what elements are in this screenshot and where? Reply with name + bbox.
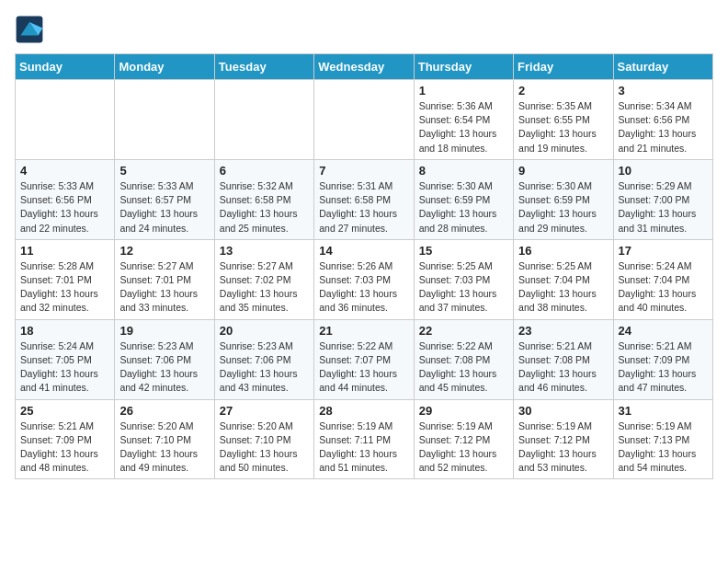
day-info: Sunrise: 5:31 AMSunset: 6:58 PMDaylight:… (319, 179, 408, 236)
calendar-header-row: SundayMondayTuesdayWednesdayThursdayFrid… (16, 54, 713, 80)
calendar-cell: 6Sunrise: 5:32 AMSunset: 6:58 PMDaylight… (214, 159, 313, 239)
day-info: Sunrise: 5:19 AMSunset: 7:12 PMDaylight:… (419, 419, 508, 476)
day-number: 23 (518, 324, 608, 338)
day-info: Sunrise: 5:19 AMSunset: 7:11 PMDaylight:… (319, 419, 408, 476)
day-info: Sunrise: 5:30 AMSunset: 6:59 PMDaylight:… (518, 179, 608, 236)
calendar-cell: 18Sunrise: 5:24 AMSunset: 7:05 PMDayligh… (16, 319, 115, 399)
column-header-friday: Friday (514, 54, 613, 80)
calendar-cell: 4Sunrise: 5:33 AMSunset: 6:56 PMDaylight… (16, 159, 115, 239)
day-info: Sunrise: 5:28 AMSunset: 7:01 PMDaylight:… (20, 259, 109, 316)
calendar-cell: 19Sunrise: 5:23 AMSunset: 7:06 PMDayligh… (115, 319, 214, 399)
day-number: 3 (619, 84, 708, 98)
day-number: 25 (20, 404, 109, 418)
day-number: 15 (419, 244, 508, 258)
day-number: 14 (319, 244, 408, 258)
day-info: Sunrise: 5:21 AMSunset: 7:09 PMDaylight:… (20, 419, 109, 476)
day-number: 11 (20, 244, 109, 258)
day-info: Sunrise: 5:27 AMSunset: 7:02 PMDaylight:… (220, 259, 309, 316)
day-number: 20 (220, 324, 309, 338)
day-number: 29 (419, 404, 508, 418)
day-number: 2 (518, 84, 608, 98)
column-header-thursday: Thursday (414, 54, 513, 80)
day-number: 16 (518, 244, 608, 258)
day-number: 18 (20, 324, 109, 338)
day-info: Sunrise: 5:21 AMSunset: 7:09 PMDaylight:… (619, 339, 708, 396)
calendar-cell: 24Sunrise: 5:21 AMSunset: 7:09 PMDayligh… (613, 319, 712, 399)
calendar-week-3: 11Sunrise: 5:28 AMSunset: 7:01 PMDayligh… (16, 239, 713, 319)
day-number: 12 (119, 244, 209, 258)
calendar-cell (314, 80, 414, 160)
day-info: Sunrise: 5:36 AMSunset: 6:54 PMDaylight:… (419, 99, 508, 155)
calendar-body: 1Sunrise: 5:36 AMSunset: 6:54 PMDaylight… (16, 80, 713, 479)
day-number: 4 (20, 164, 109, 178)
day-number: 24 (619, 324, 708, 338)
logo-icon (15, 15, 44, 44)
calendar-cell (214, 80, 313, 160)
day-number: 17 (619, 244, 708, 258)
calendar-table: SundayMondayTuesdayWednesdayThursdayFrid… (15, 53, 713, 479)
day-number: 27 (220, 404, 309, 418)
calendar-cell: 27Sunrise: 5:20 AMSunset: 7:10 PMDayligh… (214, 399, 313, 479)
day-number: 6 (220, 164, 309, 178)
day-number: 21 (319, 324, 408, 338)
calendar-cell: 10Sunrise: 5:29 AMSunset: 7:00 PMDayligh… (613, 159, 712, 239)
day-number: 19 (119, 324, 209, 338)
day-info: Sunrise: 5:25 AMSunset: 7:03 PMDaylight:… (419, 259, 508, 316)
day-number: 26 (119, 404, 209, 418)
day-number: 5 (119, 164, 209, 178)
calendar-cell: 11Sunrise: 5:28 AMSunset: 7:01 PMDayligh… (16, 239, 115, 319)
day-info: Sunrise: 5:20 AMSunset: 7:10 PMDaylight:… (220, 419, 309, 476)
day-number: 31 (619, 404, 708, 418)
day-info: Sunrise: 5:23 AMSunset: 7:06 PMDaylight:… (220, 339, 309, 396)
day-info: Sunrise: 5:23 AMSunset: 7:06 PMDaylight:… (119, 339, 209, 396)
day-info: Sunrise: 5:22 AMSunset: 7:08 PMDaylight:… (419, 339, 508, 396)
calendar-cell (115, 80, 214, 160)
calendar-cell: 17Sunrise: 5:24 AMSunset: 7:04 PMDayligh… (613, 239, 712, 319)
calendar-cell: 14Sunrise: 5:26 AMSunset: 7:03 PMDayligh… (314, 239, 414, 319)
calendar-cell: 29Sunrise: 5:19 AMSunset: 7:12 PMDayligh… (414, 399, 513, 479)
day-info: Sunrise: 5:20 AMSunset: 7:10 PMDaylight:… (119, 419, 209, 476)
calendar-cell: 30Sunrise: 5:19 AMSunset: 7:12 PMDayligh… (514, 399, 613, 479)
calendar-cell: 9Sunrise: 5:30 AMSunset: 6:59 PMDaylight… (514, 159, 613, 239)
day-info: Sunrise: 5:24 AMSunset: 7:04 PMDaylight:… (619, 259, 708, 316)
calendar-cell: 7Sunrise: 5:31 AMSunset: 6:58 PMDaylight… (314, 159, 414, 239)
calendar-cell: 22Sunrise: 5:22 AMSunset: 7:08 PMDayligh… (414, 319, 513, 399)
calendar-cell: 31Sunrise: 5:19 AMSunset: 7:13 PMDayligh… (613, 399, 712, 479)
day-number: 9 (518, 164, 608, 178)
calendar-cell: 1Sunrise: 5:36 AMSunset: 6:54 PMDaylight… (414, 80, 513, 160)
calendar-cell: 2Sunrise: 5:35 AMSunset: 6:55 PMDaylight… (514, 80, 613, 160)
column-header-tuesday: Tuesday (214, 54, 313, 80)
calendar-week-4: 18Sunrise: 5:24 AMSunset: 7:05 PMDayligh… (16, 319, 713, 399)
day-number: 13 (220, 244, 309, 258)
column-header-sunday: Sunday (16, 54, 115, 80)
day-info: Sunrise: 5:35 AMSunset: 6:55 PMDaylight:… (518, 99, 608, 155)
calendar-cell: 3Sunrise: 5:34 AMSunset: 6:56 PMDaylight… (613, 80, 712, 160)
column-header-monday: Monday (115, 54, 214, 80)
day-number: 8 (419, 164, 508, 178)
calendar-cell: 12Sunrise: 5:27 AMSunset: 7:01 PMDayligh… (115, 239, 214, 319)
calendar-cell: 23Sunrise: 5:21 AMSunset: 7:08 PMDayligh… (514, 319, 613, 399)
column-header-wednesday: Wednesday (314, 54, 414, 80)
calendar-cell: 15Sunrise: 5:25 AMSunset: 7:03 PMDayligh… (414, 239, 513, 319)
column-header-saturday: Saturday (613, 54, 712, 80)
day-info: Sunrise: 5:19 AMSunset: 7:12 PMDaylight:… (518, 419, 608, 476)
calendar-cell: 8Sunrise: 5:30 AMSunset: 6:59 PMDaylight… (414, 159, 513, 239)
day-info: Sunrise: 5:34 AMSunset: 6:56 PMDaylight:… (619, 99, 708, 155)
day-number: 28 (319, 404, 408, 418)
calendar-week-5: 25Sunrise: 5:21 AMSunset: 7:09 PMDayligh… (16, 399, 713, 479)
day-info: Sunrise: 5:33 AMSunset: 6:57 PMDaylight:… (119, 179, 209, 236)
day-info: Sunrise: 5:33 AMSunset: 6:56 PMDaylight:… (20, 179, 109, 236)
calendar-week-2: 4Sunrise: 5:33 AMSunset: 6:56 PMDaylight… (16, 159, 713, 239)
logo (15, 15, 48, 44)
calendar-cell: 13Sunrise: 5:27 AMSunset: 7:02 PMDayligh… (214, 239, 313, 319)
day-number: 10 (619, 164, 708, 178)
page-header (15, 15, 713, 44)
day-number: 1 (419, 84, 508, 98)
calendar-cell: 21Sunrise: 5:22 AMSunset: 7:07 PMDayligh… (314, 319, 414, 399)
calendar-cell: 25Sunrise: 5:21 AMSunset: 7:09 PMDayligh… (16, 399, 115, 479)
day-info: Sunrise: 5:22 AMSunset: 7:07 PMDaylight:… (319, 339, 408, 396)
day-number: 22 (419, 324, 508, 338)
day-info: Sunrise: 5:26 AMSunset: 7:03 PMDaylight:… (319, 259, 408, 316)
day-info: Sunrise: 5:25 AMSunset: 7:04 PMDaylight:… (518, 259, 608, 316)
calendar-week-1: 1Sunrise: 5:36 AMSunset: 6:54 PMDaylight… (16, 80, 713, 160)
